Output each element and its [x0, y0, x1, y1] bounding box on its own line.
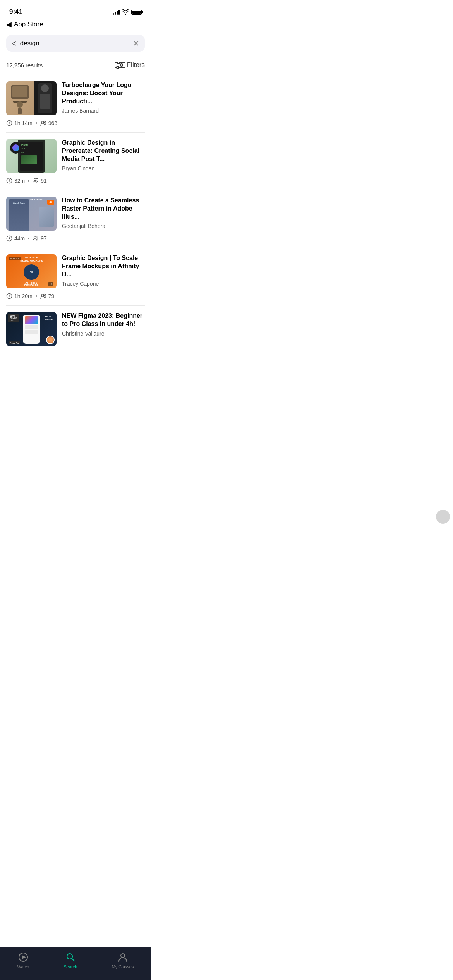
students-meta: 79	[40, 293, 55, 299]
people-icon	[33, 178, 39, 184]
search-bar-container: < ✕	[0, 32, 151, 58]
results-count: 12,256 results	[6, 62, 43, 69]
svg-point-3	[120, 64, 123, 66]
course-list: Turbocharge Your Logo Designs: Boost You…	[0, 75, 151, 356]
course-top: Plantsareus Graphic Design in Procreate:…	[6, 139, 145, 173]
clock-icon	[6, 293, 12, 299]
course-thumbnail	[6, 81, 57, 115]
app-store-label: App Store	[14, 21, 43, 28]
svg-rect-7	[12, 86, 27, 97]
course-info: Graphic Design | To Scale Frame Mockups …	[62, 254, 145, 288]
people-icon	[40, 293, 46, 299]
search-bar[interactable]: < ✕	[6, 35, 145, 52]
course-info: How to Create a Seamless Raster Pattern …	[62, 197, 145, 231]
course-thumbnail: Plantsareus	[6, 139, 57, 173]
app-store-back-nav[interactable]: ◀ App Store	[0, 19, 151, 32]
course-title: Graphic Design in Procreate: Creating So…	[62, 139, 145, 163]
list-item[interactable]: NEW!CONFIG2023 moonlearning Figma Pro	[6, 306, 145, 356]
signal-icon	[113, 9, 120, 15]
svg-point-12	[41, 84, 49, 92]
svg-point-18	[34, 179, 36, 181]
meta-separator	[36, 122, 37, 124]
svg-point-22	[36, 236, 38, 238]
course-top: Turbocharge Your Logo Designs: Boost You…	[6, 81, 145, 115]
svg-point-9	[17, 101, 23, 108]
course-info: NEW Figma 2023: Beginner to Pro Class in…	[62, 312, 145, 346]
duration-meta: 32m	[6, 178, 25, 184]
svg-point-25	[44, 294, 45, 295]
search-input[interactable]	[20, 39, 129, 47]
course-title: How to Create a Seamless Raster Pattern …	[62, 197, 145, 221]
status-icons	[113, 9, 142, 15]
list-item[interactable]: Workflow Ai Workflow How to Create a Sea…	[6, 190, 145, 248]
meta-separator	[36, 295, 37, 297]
svg-rect-13	[40, 94, 50, 109]
course-info: Graphic Design in Procreate: Creating So…	[62, 139, 145, 173]
students-meta: 97	[33, 235, 47, 242]
list-item[interactable]: TO SCALEFRAME MOCKUPS AD AFFINITYDESIGNE…	[6, 248, 145, 306]
course-meta: 44m 97	[6, 235, 145, 242]
course-meta: 32m 91	[6, 177, 145, 184]
status-bar: 9:41	[0, 0, 151, 19]
course-author: Geetanjali Behera	[62, 223, 145, 229]
list-item[interactable]: Turbocharge Your Logo Designs: Boost You…	[6, 75, 145, 133]
meta-separator	[28, 238, 29, 239]
status-time: 9:41	[9, 8, 22, 16]
course-meta: 1h 20m 79	[6, 292, 145, 299]
course-title: NEW Figma 2023: Beginner to Pro Class in…	[62, 312, 145, 328]
duration-meta: 1h 14m	[6, 120, 33, 126]
course-title: Graphic Design | To Scale Frame Mockups …	[62, 254, 145, 278]
back-arrow-icon[interactable]: ◀	[6, 20, 12, 29]
search-back-button[interactable]: <	[12, 39, 16, 48]
clock-icon	[6, 178, 12, 184]
people-icon	[33, 235, 39, 242]
filters-button[interactable]: Filters	[115, 61, 145, 69]
course-meta: 1h 14m 963	[6, 119, 145, 126]
course-top: NEW!CONFIG2023 moonlearning Figma Pro	[6, 312, 145, 346]
students-meta: 963	[40, 120, 57, 126]
list-item[interactable]: Plantsareus Graphic Design in Procreate:…	[6, 133, 145, 190]
wifi-icon	[122, 9, 129, 15]
course-top: Workflow Ai Workflow How to Create a Sea…	[6, 197, 145, 231]
filters-label: Filters	[127, 61, 145, 69]
svg-point-5	[117, 66, 119, 69]
meta-separator	[28, 180, 29, 182]
duration-meta: 1h 20m	[6, 293, 33, 299]
course-author: James Barnard	[62, 108, 145, 114]
course-author: Bryan C'ngan	[62, 165, 145, 171]
course-top: TO SCALEFRAME MOCKUPS AD AFFINITYDESIGNE…	[6, 254, 145, 288]
svg-point-15	[41, 121, 43, 123]
course-title: Turbocharge Your Logo Designs: Boost You…	[62, 81, 145, 105]
svg-point-24	[41, 294, 43, 296]
course-author: Tracey Capone	[62, 281, 145, 287]
clock-icon	[6, 235, 12, 242]
duration-meta: 44m	[6, 235, 25, 242]
course-author: Christine Vallaure	[62, 331, 145, 337]
people-icon	[40, 120, 46, 126]
results-header: 12,256 results Filters	[0, 58, 151, 75]
search-clear-button[interactable]: ✕	[133, 39, 139, 48]
clock-icon	[6, 120, 12, 126]
battery-icon	[131, 10, 142, 15]
course-info: Turbocharge Your Logo Designs: Boost You…	[62, 81, 145, 115]
svg-point-21	[34, 236, 36, 238]
students-meta: 91	[33, 178, 47, 184]
svg-point-16	[44, 121, 45, 122]
course-thumbnail: TO SCALEFRAME MOCKUPS AD AFFINITYDESIGNE…	[6, 254, 57, 288]
course-thumbnail: NEW!CONFIG2023 moonlearning Figma Pro	[6, 312, 57, 346]
filters-icon	[115, 62, 125, 69]
svg-rect-10	[18, 108, 22, 114]
svg-point-19	[36, 178, 38, 180]
course-thumbnail: Workflow Ai Workflow	[6, 197, 57, 231]
svg-point-1	[117, 62, 120, 64]
